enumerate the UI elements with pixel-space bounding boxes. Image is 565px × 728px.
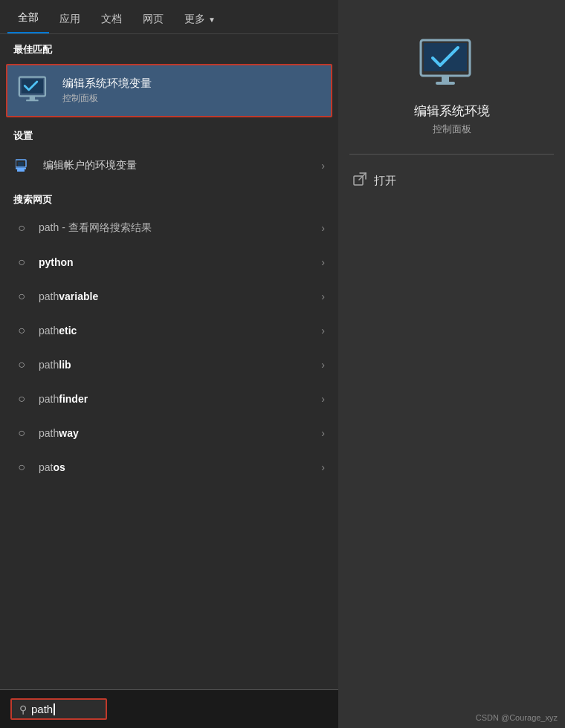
search-icon-0: ○ <box>13 220 30 236</box>
right-panel-open-action[interactable]: 打开 <box>338 166 565 195</box>
web-item-text-6: pathway <box>39 427 312 439</box>
search-bar-icon: ⚲ <box>19 703 27 715</box>
search-container: 全部 应用 文档 网页 更多 最佳匹配 <box>0 0 565 728</box>
open-icon <box>353 172 367 189</box>
best-match-icon <box>18 73 54 108</box>
tab-docs[interactable]: 文档 <box>91 5 132 33</box>
settings-arrow-icon: › <box>321 160 325 172</box>
web-item-arrow-5: › <box>321 393 325 405</box>
web-item-text-4: pathlib <box>39 359 312 371</box>
web-item-2[interactable]: ○ pathvariable › <box>0 279 338 313</box>
web-item-text-0: path - 查看网络搜索结果 <box>39 221 312 235</box>
web-item-arrow-7: › <box>321 461 325 473</box>
web-item-text-1: python <box>39 256 312 268</box>
best-match-label: 最佳匹配 <box>0 34 338 61</box>
tab-all[interactable]: 全部 <box>7 4 49 33</box>
web-item-arrow-4: › <box>321 359 325 371</box>
web-item-arrow-3: › <box>321 325 325 337</box>
web-item-text-3: pathetic <box>39 325 312 337</box>
search-icon-1: ○ <box>13 254 30 270</box>
settings-item-text: 编辑帐户的环境变量 <box>43 159 312 172</box>
best-match-title: 编辑系统环境变量 <box>62 77 152 91</box>
gear-icon <box>16 157 32 174</box>
search-cursor <box>54 703 55 715</box>
search-icon-7: ○ <box>13 459 30 475</box>
best-match-item[interactable]: 编辑系统环境变量 控制面板 <box>6 64 332 117</box>
settings-item-env[interactable]: 编辑帐户的环境变量 › <box>0 147 338 184</box>
search-bar-text: path <box>31 703 53 715</box>
web-item-3[interactable]: ○ pathetic › <box>0 313 338 348</box>
search-icon-4: ○ <box>13 357 30 373</box>
svg-rect-7 <box>17 169 25 172</box>
search-icon-6: ○ <box>13 425 30 441</box>
right-panel: 编辑系统环境 控制面板 打开 <box>338 0 565 728</box>
svg-rect-9 <box>424 43 467 71</box>
tab-more[interactable]: 更多 <box>174 5 226 33</box>
right-panel-subtitle: 控制面板 <box>433 123 471 136</box>
web-item-7[interactable]: ○ patos › <box>0 450 338 484</box>
right-panel-divider <box>349 154 554 155</box>
web-item-1[interactable]: ○ python › <box>0 245 338 279</box>
search-bar: ⚲ path <box>0 689 338 728</box>
search-icon-3: ○ <box>13 322 30 339</box>
best-match-subtitle: 控制面板 <box>62 92 152 105</box>
settings-label: 设置 <box>0 120 338 147</box>
search-icon-5: ○ <box>13 391 30 407</box>
web-item-arrow-6: › <box>321 427 325 439</box>
svg-rect-5 <box>18 162 24 166</box>
right-panel-title: 编辑系统环境 <box>402 103 502 120</box>
web-item-arrow-1: › <box>321 256 325 268</box>
web-item-arrow-0: › <box>321 222 325 234</box>
web-item-6[interactable]: ○ pathway › <box>0 416 338 450</box>
web-item-text-2: pathvariable <box>39 290 312 302</box>
right-panel-open-text: 打开 <box>374 174 396 188</box>
results-area: 最佳匹配 <box>0 34 338 689</box>
svg-rect-10 <box>442 76 449 82</box>
svg-rect-2 <box>30 96 35 100</box>
web-item-text-7: patos <box>39 461 312 473</box>
settings-icon <box>13 155 34 176</box>
external-link-icon <box>353 172 367 186</box>
svg-rect-6 <box>16 168 26 169</box>
tabs-bar: 全部 应用 文档 网页 更多 <box>0 0 338 34</box>
search-icon-2: ○ <box>13 288 30 305</box>
web-item-4[interactable]: ○ pathlib › <box>0 348 338 382</box>
right-panel-app-icon <box>419 37 485 89</box>
web-item-0[interactable]: ○ path - 查看网络搜索结果 › <box>0 211 338 245</box>
best-match-text: 编辑系统环境变量 控制面板 <box>62 77 152 105</box>
right-panel-computer-icon <box>419 39 485 88</box>
computer-icon <box>18 74 54 107</box>
web-item-text-5: pathfinder <box>39 393 312 405</box>
svg-rect-3 <box>26 100 39 101</box>
web-item-arrow-2: › <box>321 290 325 302</box>
web-item-5[interactable]: ○ pathfinder › <box>0 382 338 416</box>
web-search-label: 搜索网页 <box>0 184 338 211</box>
tab-web[interactable]: 网页 <box>132 5 174 33</box>
watermark: CSDN @Courage_xyz <box>476 713 558 722</box>
left-panel: 全部 应用 文档 网页 更多 最佳匹配 <box>0 0 338 728</box>
tab-apps[interactable]: 应用 <box>49 5 91 33</box>
svg-rect-11 <box>436 82 455 85</box>
search-input-wrapper[interactable]: ⚲ path <box>10 698 107 720</box>
